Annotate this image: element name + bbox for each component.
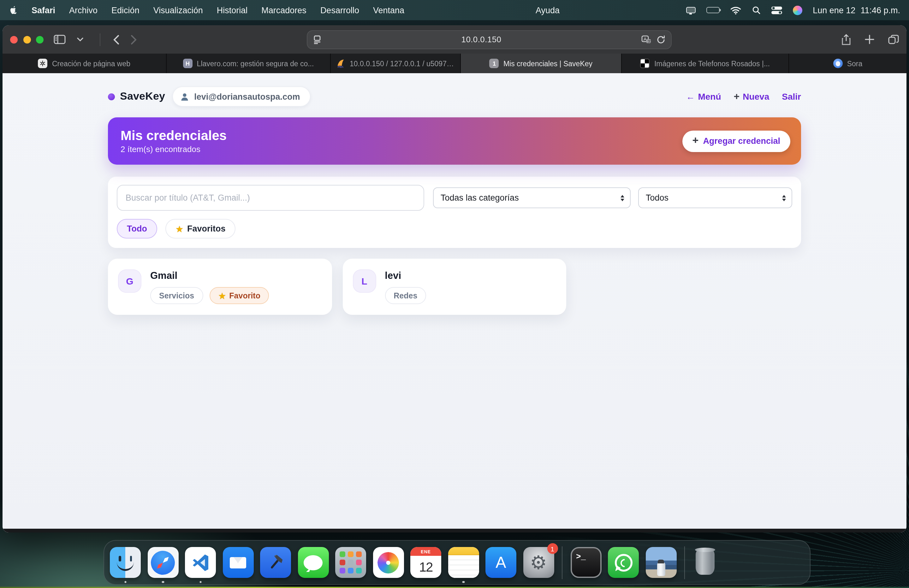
sora-favicon xyxy=(833,59,843,68)
siri-icon[interactable] xyxy=(793,5,802,15)
screen: Safari Archivo Edición Visualización His… xyxy=(0,0,909,588)
menu-clock[interactable]: Lun ene 12 11:46 p.m. xyxy=(813,5,900,15)
apple-menu-icon[interactable] xyxy=(9,5,18,15)
star-icon: ★ xyxy=(175,224,183,234)
url-text: 10.0.0.150 xyxy=(321,35,641,44)
add-credential-button[interactable]: + Agregar credencial xyxy=(683,130,791,152)
credentials-banner: Mis credenciales 2 ítem(s) encontrados +… xyxy=(108,117,801,165)
category-select[interactable]: Todas las categorías xyxy=(433,187,631,208)
dock-notes-icon[interactable] xyxy=(448,547,479,578)
traffic-lights xyxy=(10,36,44,43)
tab-label: Llavero.com: gestión segura de co... xyxy=(197,60,314,67)
dock-xcode-icon[interactable] xyxy=(260,547,291,578)
account-pill[interactable]: levi@doriansautospa.com xyxy=(172,86,311,107)
tab-strip: Creación de página web H Llavero.com: ge… xyxy=(3,53,906,73)
savekey-page: SaveKey levi@doriansautospa.com ← Menú + xyxy=(3,73,906,533)
menu-item-desarrollo[interactable]: Desarrollo xyxy=(320,5,359,15)
credential-card-levi[interactable]: L levi Redes xyxy=(343,258,566,315)
images-favicon xyxy=(641,59,650,68)
status-select[interactable]: Todos xyxy=(638,187,792,208)
dock-settings-icon[interactable]: ⚙ 1 xyxy=(523,547,554,578)
logout-link[interactable]: Salir xyxy=(782,92,801,102)
dock-terminal-icon[interactable]: >_ xyxy=(570,547,601,578)
menu-item-marcadores[interactable]: Marcadores xyxy=(261,5,306,15)
battery-icon[interactable] xyxy=(706,7,719,14)
favorite-tag: ★ Favorito xyxy=(209,287,269,304)
dock-divider xyxy=(562,546,563,579)
control-center-icon[interactable] xyxy=(771,6,782,14)
zoom-window-button[interactable] xyxy=(36,36,44,43)
dock-finder-icon[interactable] xyxy=(110,547,141,578)
star-icon: ★ xyxy=(218,291,226,300)
search-input[interactable] xyxy=(117,185,424,211)
dock-messages-icon[interactable] xyxy=(298,547,328,578)
llavero-favicon: H xyxy=(183,59,192,68)
filter-all-pill[interactable]: Todo xyxy=(117,219,157,239)
dock-whatsapp-icon[interactable] xyxy=(608,547,639,578)
sidebar-toggle-icon[interactable] xyxy=(53,35,66,44)
svg-text:A: A xyxy=(644,36,647,41)
menu-item-ayuda[interactable]: Ayuda xyxy=(535,5,560,15)
menu-item-archivo[interactable]: Archivo xyxy=(69,5,97,15)
wifi-icon[interactable] xyxy=(730,6,741,14)
tab-label: Sora xyxy=(847,60,863,67)
plus-icon: + xyxy=(734,91,740,102)
notification-badge: 1 xyxy=(547,543,558,554)
gear-icon: ⚙ xyxy=(530,553,547,572)
tab-overview-icon[interactable] xyxy=(888,35,899,44)
tab-llavero[interactable]: H Llavero.com: gestión segura de co... xyxy=(167,53,331,73)
menu-item-ventana[interactable]: Ventana xyxy=(373,5,404,15)
menu-time: 11:46 p.m. xyxy=(860,5,900,15)
menu-item-historial[interactable]: Historial xyxy=(217,5,248,15)
forward-button[interactable] xyxy=(131,34,137,44)
dock-media-preview-icon[interactable] xyxy=(645,547,676,578)
brand-name: SaveKey xyxy=(120,90,165,103)
page-title: Mis credenciales xyxy=(121,128,226,143)
page-format-icon[interactable] xyxy=(313,35,321,44)
dock-safari-icon[interactable] xyxy=(147,547,178,578)
svg-text:文: 文 xyxy=(648,39,651,43)
menu-item-edicion[interactable]: Edición xyxy=(112,5,139,15)
dock-vscode-icon[interactable] xyxy=(185,547,216,578)
translate-icon[interactable]: A文 xyxy=(641,35,652,44)
dock-calendar-icon[interactable]: ENE 12 xyxy=(410,547,441,578)
menu-link[interactable]: ← Menú xyxy=(686,92,721,102)
dock-mail-icon[interactable] xyxy=(223,547,254,578)
back-button[interactable] xyxy=(113,34,119,44)
spotlight-search-icon[interactable] xyxy=(752,6,760,15)
tab-imagenes-telefonos[interactable]: Imágenes de Telefonos Rosados |... xyxy=(622,53,789,73)
savekey-brand: SaveKey xyxy=(108,90,165,103)
credential-title: levi xyxy=(385,270,426,281)
menu-item-visualizacion[interactable]: Visualización xyxy=(154,5,203,15)
account-email: levi@doriansautospa.com xyxy=(194,92,300,101)
address-bar[interactable]: 10.0.0.150 A文 xyxy=(307,30,672,49)
minimize-window-button[interactable] xyxy=(23,36,31,43)
sidebar-chevron-icon[interactable] xyxy=(77,37,83,42)
new-link[interactable]: + Nueva xyxy=(734,91,770,102)
running-indicator xyxy=(162,581,164,583)
share-icon[interactable] xyxy=(841,34,851,45)
close-window-button[interactable] xyxy=(10,36,18,43)
credential-avatar: L xyxy=(353,270,376,293)
category-tag: Redes xyxy=(385,287,426,304)
select-stepper-icon xyxy=(621,195,624,201)
tab-label: Mis credenciales | SaveKey xyxy=(503,60,592,67)
dock-trash-icon[interactable] xyxy=(693,547,717,578)
filter-favorites-pill[interactable]: ★ Favoritos xyxy=(165,219,236,239)
reload-icon[interactable] xyxy=(657,35,665,44)
credential-card-gmail[interactable]: G Gmail Servicios ★ Favorito xyxy=(108,258,332,315)
dock-photos-icon[interactable] xyxy=(373,547,404,578)
toolbar-divider xyxy=(100,33,100,46)
menu-app-name[interactable]: Safari xyxy=(32,5,55,15)
tab-phpmyadmin[interactable]: PMA 10.0.0.150 / 127.0.0.1 / u50979576..… xyxy=(331,53,461,73)
display-mirroring-icon[interactable] xyxy=(686,7,695,13)
tab-sora[interactable]: Sora xyxy=(789,53,906,73)
credentials-grid: G Gmail Servicios ★ Favorito xyxy=(108,258,801,315)
new-tab-icon[interactable] xyxy=(865,35,874,44)
tab-mis-credenciales-active[interactable]: 1 Mis credenciales | SaveKey xyxy=(461,53,622,73)
dock-launchpad-icon[interactable] xyxy=(335,547,366,578)
tab-creacion-pagina-web[interactable]: Creación de página web xyxy=(3,53,167,73)
dock-appstore-icon[interactable]: A xyxy=(485,547,516,578)
filter-card: Todas las categorías Todos Todo xyxy=(108,177,801,248)
items-count: 2 ítem(s) encontrados xyxy=(121,144,226,154)
